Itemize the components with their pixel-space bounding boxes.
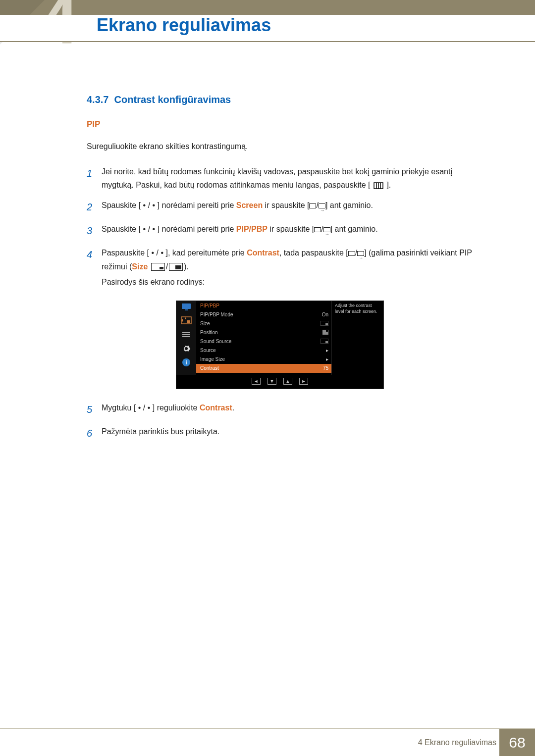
section-title: Contrast konfigūravimas <box>114 94 231 105</box>
pip-icon <box>180 316 193 326</box>
osd-label: Image Size <box>200 356 225 362</box>
steps-list: 1 Jei norite, kad būtų rodomas funkcinių… <box>87 165 483 289</box>
svg-rect-4 <box>182 303 191 309</box>
step-5: 5 Mygtuku [ • / • ] reguliuokite Contras… <box>87 401 483 418</box>
osd-row-mode: PIP/PBP ModeOn <box>200 310 328 319</box>
nav-right-icon: ► <box>299 378 308 385</box>
step-4-text-b: , tada paspauskite [ <box>279 249 348 257</box>
enter-return-icon <box>319 203 325 208</box>
gear-icon <box>180 344 193 353</box>
svg-rect-7 <box>187 320 190 323</box>
step-4-highlight: Contrast <box>247 249 279 257</box>
step-number: 6 <box>87 425 102 442</box>
section-number: 4.3.7 <box>87 94 108 105</box>
step-2-highlight: Screen <box>236 201 263 209</box>
osd-label: PIP/PBP Mode <box>200 312 233 317</box>
enter-icon <box>348 251 355 256</box>
osd-row-source: Source▸ <box>200 346 328 355</box>
menu-icon <box>374 182 383 189</box>
step-6: 6 Pažymėta parinktis bus pritaikyta. <box>87 425 483 442</box>
steps-list-cont: 5 Mygtuku [ • / • ] reguliuokite Contras… <box>87 401 483 442</box>
step-4-sub: Pasirodys šis ekrano rodinys: <box>102 275 483 289</box>
chapter-title: Ekrano reguliavimas <box>97 15 271 36</box>
step-6-text: Pažymėta parinktis bus pritaikyta. <box>102 425 483 442</box>
pip-small-icon <box>151 263 165 271</box>
enter-return-icon <box>357 251 364 256</box>
osd-row-image: Image Size▸ <box>200 355 328 364</box>
pip-large-icon <box>169 263 183 271</box>
osd-row-sound: Sound Source <box>200 337 328 346</box>
svg-text:i: i <box>185 359 187 365</box>
step-3-text-b: ir spauskite [ <box>268 225 314 233</box>
monitor-icon <box>180 302 193 312</box>
osd-value: ▸ <box>326 356 328 362</box>
osd-label: Size <box>200 321 210 326</box>
osd-label: Sound Source <box>200 339 231 344</box>
step-4-text-a: Paspauskite [ • / • ], kad pereitumėte p… <box>102 249 247 257</box>
list-icon <box>180 330 193 340</box>
step-3-text-a: Spauskite [ • / • ] norėdami pereiti pri… <box>102 225 236 233</box>
enter-return-icon <box>323 227 330 232</box>
step-number: 1 <box>87 165 102 192</box>
step-number: 5 <box>87 401 102 418</box>
pip-subheading: PIP <box>87 119 483 129</box>
osd-row-contrast-selected: Contrast75 <box>196 364 331 373</box>
osd-title: PIP/PBP <box>200 302 328 310</box>
osd-value: 75 <box>323 365 328 371</box>
header-band <box>0 0 535 15</box>
step-number: 2 <box>87 199 102 215</box>
info-icon: i <box>180 357 193 367</box>
osd-value-pos-icon <box>322 330 328 336</box>
step-2-text-b: ir spauskite [ <box>263 201 309 209</box>
step-2-text-c: ] ant gaminio. <box>325 201 373 209</box>
osd-row-position: Position <box>200 328 328 337</box>
osd-label: Source <box>200 348 216 353</box>
enter-icon <box>309 203 316 208</box>
step-number: 4 <box>87 246 102 289</box>
step-1: 1 Jei norite, kad būtų rodomas funkcinių… <box>87 165 483 192</box>
step-number: 3 <box>87 222 102 239</box>
step-3: 3 Spauskite [ • / • ] norėdami pereiti p… <box>87 222 483 239</box>
osd-row-size: Size <box>200 319 328 328</box>
intro-text: Sureguliuokite ekrano skilties kontrasti… <box>87 142 483 151</box>
osd-menu-list: PIP/PBP PIP/PBP ModeOn Size Position Sou… <box>196 301 331 375</box>
osd-help-text: Adjust the contrast level for each scree… <box>331 301 383 375</box>
osd-label: Position <box>200 330 218 335</box>
nav-down-icon: ▼ <box>268 378 276 385</box>
step-1-text-a: Jei norite, kad būtų rodomas funkcinių k… <box>102 167 452 189</box>
svg-rect-5 <box>185 309 188 310</box>
step-4-size: Size <box>132 262 148 271</box>
svg-rect-21 <box>325 341 328 343</box>
osd-value: On <box>322 312 328 317</box>
footer-text: 4 Ekrano reguliavimas <box>418 738 496 747</box>
step-2-text-a: Spauskite [ • / • ] norėdami pereiti pri… <box>102 201 236 209</box>
nav-left-icon: ◄ <box>252 378 261 385</box>
step-5-text-a: Mygtuku [ • / • ] reguliuokite <box>102 403 200 412</box>
step-3-text-c: ] ant gaminio. <box>330 225 378 233</box>
svg-rect-17 <box>325 323 328 325</box>
step-4: 4 Paspauskite [ • / • ], kad pereitumėte… <box>87 246 483 289</box>
content-area: 4.3.7 Contrast konfigūravimas PIP Suregu… <box>87 94 483 454</box>
step-1-text-b: ]. <box>386 181 391 189</box>
step-4-text-d: ). <box>184 262 189 271</box>
osd-value-sound-icon <box>321 339 328 345</box>
osd-sidebar: i <box>176 301 196 375</box>
page-footer: 4 Ekrano reguliavimas 68 <box>0 728 535 756</box>
osd-nav-bar: ◄ ▼ ▲ ► <box>176 375 383 389</box>
osd-label: Contrast <box>200 365 219 371</box>
osd-value-size-icon <box>321 321 328 327</box>
enter-icon <box>314 227 321 232</box>
page-number: 68 <box>499 729 535 756</box>
osd-screenshot: i PIP/PBP PIP/PBP ModeOn Size Position S… <box>176 301 483 389</box>
section-heading: 4.3.7 Contrast konfigūravimas <box>87 94 483 105</box>
step-2: 2 Spauskite [ • / • ] norėdami pereiti p… <box>87 199 483 215</box>
step-5-text-b: . <box>232 403 234 412</box>
nav-up-icon: ▲ <box>283 378 292 385</box>
osd-value: ▸ <box>326 348 328 353</box>
step-5-highlight: Contrast <box>200 403 232 412</box>
svg-marker-8 <box>185 317 186 320</box>
step-3-highlight: PIP/PBP <box>236 225 268 233</box>
svg-rect-19 <box>326 330 328 332</box>
